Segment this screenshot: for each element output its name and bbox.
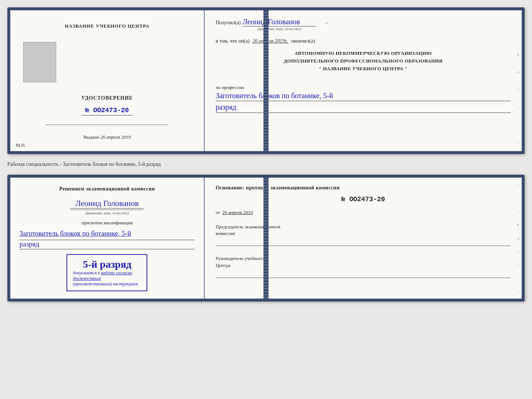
person-name-block: Леонид Голованов (фамилия, имя, отчество… xyxy=(70,197,144,215)
protocol-number: № OO2473-20 xyxy=(216,196,511,203)
manager-label: Руководитель учебного Центра xyxy=(216,255,511,268)
top-doc-right: Получил(а) Леонид Голованов (фамилия, им… xyxy=(205,10,522,151)
bottom-doc-right: Основание: протокол экзаменационной коми… xyxy=(205,178,522,299)
date-prefix: от xyxy=(216,210,220,215)
mp-label: М.П. xyxy=(16,142,26,148)
right-margin-marks: – – и ,а ← – – – xyxy=(516,10,520,151)
completed-date: 26 апреля 2019г. xyxy=(252,38,288,44)
page-container: НАЗВАНИЕ УЧЕБНОГО ЦЕНТРА УДОСТОВЕРЕНИЕ №… xyxy=(7,7,525,302)
qualification-label: присвоена квалификация xyxy=(82,220,133,226)
recipient-name: Леонид Голованов xyxy=(242,18,316,26)
photo-placeholder xyxy=(23,42,56,82)
org-line1: АВТОНОМНУЮ НЕКОММЕРЧЕСКУЮ ОРГАНИЗАЦИЮ xyxy=(216,50,511,57)
separator-text: Рабочая специальность - Заготовитель бло… xyxy=(7,161,525,168)
right-margin-marks-bottom: – – – и ,а ← – – – xyxy=(516,178,520,299)
fio-label: (фамилия, имя, отчество) xyxy=(242,26,316,31)
org-block: АВТОНОМНУЮ НЕКОММЕРЧЕСКУЮ ОРГАНИЗАЦИЮ ДО… xyxy=(216,50,511,72)
certifies-line: в том, что он(а) 26 апреля 2019г. окончи… xyxy=(216,38,511,44)
spine-decoration-bottom xyxy=(263,178,269,299)
decision-text: Решением экзаменационной комиссии xyxy=(59,185,155,193)
date-value: 26 апреля 2019 xyxy=(222,210,253,215)
received-prefix: Получил(а) xyxy=(216,20,241,26)
profession-value: Заготовитель блоков по ботанике, 5-й xyxy=(216,90,511,101)
stamp-box: 5-й разряд допускается к работе согласно… xyxy=(66,254,147,291)
issued-label: Выдано xyxy=(83,134,99,140)
issued-date-line: Выдано 26 апреля 2019 xyxy=(83,134,131,140)
top-doc-left: НАЗВАНИЕ УЧЕБНОГО ЦЕНТРА УДОСТОВЕРЕНИЕ №… xyxy=(10,10,205,151)
fio-label-bottom: (фамилия, имя, отчество) xyxy=(70,210,144,215)
chairman-label: Председатель экзаменационной комиссии xyxy=(216,224,511,237)
certificate-title: УДОСТОВЕРЕНИЕ xyxy=(81,95,133,101)
top-document: НАЗВАНИЕ УЧЕБНОГО ЦЕНТРА УДОСТОВЕРЕНИЕ №… xyxy=(7,7,525,154)
chairman-signature-line xyxy=(216,239,511,246)
rank-value: разряд xyxy=(216,103,511,113)
stamp-italic2: (производственным) инструкциям xyxy=(73,281,141,287)
training-center-label: НАЗВАНИЕ УЧЕБНОГО ЦЕНТРА xyxy=(65,23,150,29)
protocol-date: от 26 апреля 2019 xyxy=(216,210,511,215)
certifies-prefix: в том, что он(а) xyxy=(216,38,249,44)
qualification-block: Заготовитель блоков по ботанике, 5-й раз… xyxy=(19,229,195,249)
completed-suffix: окончил(а) xyxy=(291,38,315,44)
profession-label: по профессии xyxy=(216,85,511,90)
manager-signature-line xyxy=(216,271,511,278)
org-line2: ДОПОЛНИТЕЛЬНОГО ПРОФЕССИОНАЛЬНОГО ОБРАЗО… xyxy=(216,57,511,65)
chairman-block: Председатель экзаменационной комиссии xyxy=(216,224,511,248)
dash-separator: – xyxy=(325,20,328,26)
recipient-line: Получил(а) Леонид Голованов (фамилия, им… xyxy=(216,18,511,31)
bottom-document: Решением экзаменационной комиссии Леонид… xyxy=(7,175,525,302)
profession-block: по профессии Заготовитель блоков по бота… xyxy=(216,82,511,113)
person-name: Леонид Голованов xyxy=(70,199,144,209)
stamp-bottom-text: допускается к работе согласно должностны… xyxy=(73,270,141,281)
rank-bottom: разряд xyxy=(19,240,195,249)
bottom-doc-left: Решением экзаменационной комиссии Леонид… xyxy=(10,178,205,299)
manager-block: Руководитель учебного Центра xyxy=(216,255,511,279)
issued-date: 26 апреля 2019 xyxy=(101,134,131,140)
certificate-number: № OO2473-20 xyxy=(81,107,133,115)
qualification-value: Заготовитель блоков по ботанике, 5-й xyxy=(19,229,195,240)
basis-title: Основание: протокол экзаменационной коми… xyxy=(216,185,511,191)
org-line3: " НАЗВАНИЕ УЧЕБНОГО ЦЕНТРА " xyxy=(216,65,511,73)
spine-decoration xyxy=(263,10,269,151)
stamp-rank-text: 5-й разряд xyxy=(73,259,141,270)
